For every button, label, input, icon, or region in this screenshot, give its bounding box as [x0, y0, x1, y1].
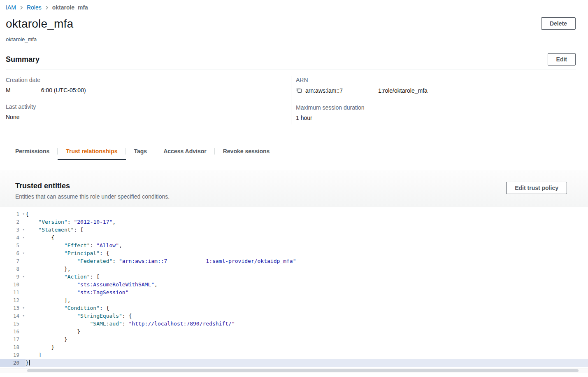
code-token: :	[112, 258, 119, 264]
copy-arn-button[interactable]	[296, 87, 302, 94]
editor-horizontal-scrollbar[interactable]	[0, 368, 588, 373]
max-session-value: 1 hour	[296, 115, 576, 121]
code-line: "Statement": [	[26, 226, 588, 234]
fold-toggle-icon[interactable]: ▾	[23, 226, 25, 234]
line-number: 12	[0, 296, 26, 304]
code-token: "2012-10-17"	[74, 219, 112, 225]
creation-date-label: Creation date	[6, 77, 291, 83]
page-title: oktarole_mfa	[6, 17, 73, 30]
line-number: 15	[0, 320, 26, 328]
line-number: 5	[0, 241, 26, 249]
editor-line: 1▾{	[0, 210, 588, 218]
code-line: "StringEquals": {	[26, 312, 588, 320]
code-token: }	[26, 360, 29, 366]
code-token: "Principal"	[64, 250, 100, 256]
line-number: 9▾	[0, 273, 26, 281]
code-token: ]	[26, 352, 42, 358]
trusted-entities-panel: Trusted entities Entities that can assum…	[0, 170, 588, 373]
creation-date-time: 6:00 (UTC-05:00)	[41, 87, 86, 94]
code-token	[26, 227, 38, 233]
code-line: "SAML:aud": "http://localhost:7890/redsh…	[26, 320, 588, 328]
breadcrumb-item-roles[interactable]: Roles	[27, 4, 42, 11]
fold-toggle-icon[interactable]: ▾	[23, 210, 25, 218]
code-token	[26, 313, 77, 319]
code-line: "Action": [	[26, 273, 588, 281]
tabs: PermissionsTrust relationshipsTagsAccess…	[0, 143, 588, 160]
code-token	[26, 250, 64, 256]
editor-line: 17 }	[0, 335, 588, 343]
fold-toggle-icon[interactable]: ▾	[23, 249, 25, 257]
arn-label: ARN	[296, 77, 576, 83]
breadcrumb-item-iam[interactable]: IAM	[6, 4, 16, 11]
editor-line: 14▾ "StringEquals": {	[0, 312, 588, 320]
arn-suffix: 1:role/oktarole_mfa	[378, 87, 428, 94]
code-line: {	[26, 234, 588, 241]
creation-date-field: Creation date M6:00 (UTC-05:00)	[6, 77, 291, 94]
code-token: 1:saml-provider/oktaidp_mfa"	[206, 258, 296, 264]
code-line: {	[26, 210, 588, 218]
editor-line: 18 }	[0, 343, 588, 351]
code-line: "Principal": {	[26, 249, 588, 257]
editor-line: 2 "Version": "2012-10-17",	[0, 218, 588, 226]
editor-line: 10 "sts:AssumeRoleWithSAML",	[0, 281, 588, 288]
code-line: "Effect": "Allow",	[26, 241, 588, 249]
editor-line: 7 "Federated": "arn:aws:iam::7 1:saml-pr…	[0, 257, 588, 265]
code-token: :	[90, 242, 97, 248]
trusted-entities-heading: Trusted entities	[15, 182, 170, 190]
tab-tags[interactable]: Tags	[126, 143, 156, 160]
code-line: "sts:TagSession"	[26, 288, 588, 296]
code-token: }	[26, 344, 54, 350]
scrollbar-thumb[interactable]	[27, 369, 579, 372]
trust-policy-editor[interactable]: 1▾{2 "Version": "2012-10-17",3▾ "Stateme…	[0, 207, 588, 367]
trusted-entities-subtitle: Entities that can assume this role under…	[15, 193, 170, 200]
editor-line: 4▾ {	[0, 234, 588, 241]
code-token: :	[122, 321, 129, 327]
last-activity-label: Last activity	[6, 103, 291, 110]
edit-summary-button[interactable]: Edit	[548, 53, 576, 66]
fold-toggle-icon[interactable]: ▾	[23, 304, 25, 312]
editor-line: 5 "Effect": "Allow",	[0, 241, 588, 249]
role-description: oktarole_mfa	[6, 36, 576, 42]
edit-trust-policy-button[interactable]: Edit trust policy	[506, 182, 567, 194]
code-token	[26, 258, 77, 264]
editor-line: 16 }	[0, 328, 588, 335]
breadcrumb-separator-icon	[45, 5, 49, 10]
fold-toggle-icon[interactable]: ▾	[23, 234, 25, 241]
line-number: 18	[0, 343, 26, 351]
max-session-label: Maximum session duration	[296, 104, 576, 111]
editor-line: 6▾ "Principal": {	[0, 249, 588, 257]
code-token: "Effect"	[64, 242, 90, 248]
editor-line: 20}	[0, 359, 588, 367]
line-number: 4▾	[0, 234, 26, 241]
fold-toggle-icon[interactable]: ▾	[23, 312, 25, 320]
code-line: }	[26, 359, 588, 367]
code-token: : [	[74, 227, 83, 233]
editor-line: 9▾ "Action": [	[0, 273, 588, 281]
editor-line: 13▾ "Condition": {	[0, 304, 588, 312]
arn-field: ARN arn:aws:iam::71:role/oktarole_mfa	[296, 77, 576, 94]
line-number: 8	[0, 265, 26, 273]
code-token: }	[26, 336, 67, 342]
code-token	[26, 242, 64, 248]
tab-access-advisor[interactable]: Access Advisor	[155, 143, 215, 160]
line-number: 20	[0, 359, 26, 367]
code-token: "sts:TagSession"	[77, 289, 128, 295]
code-token	[26, 305, 64, 311]
code-token: "sts:AssumeRoleWithSAML"	[77, 281, 154, 288]
tab-permissions[interactable]: Permissions	[7, 143, 58, 160]
code-token: "arn:aws:iam::7	[119, 258, 167, 264]
arn-prefix: arn:aws:iam::7	[305, 87, 343, 94]
fold-toggle-icon[interactable]: ▾	[23, 273, 25, 281]
code-line: "Federated": "arn:aws:iam::7 1:saml-prov…	[26, 257, 588, 265]
breadcrumb-item-oktarole-mfa: oktarole_mfa	[52, 4, 88, 11]
code-token: ,	[154, 281, 158, 288]
delete-button[interactable]: Delete	[541, 17, 576, 30]
code-token: "Federated"	[77, 258, 112, 264]
line-number: 2	[0, 218, 26, 226]
tab-revoke-sessions[interactable]: Revoke sessions	[215, 143, 278, 160]
code-token	[26, 274, 64, 280]
summary-heading: Summary	[6, 55, 40, 64]
line-number: 10	[0, 281, 26, 288]
tab-trust-relationships[interactable]: Trust relationships	[58, 143, 126, 160]
creation-date-prefix: M	[6, 87, 11, 94]
